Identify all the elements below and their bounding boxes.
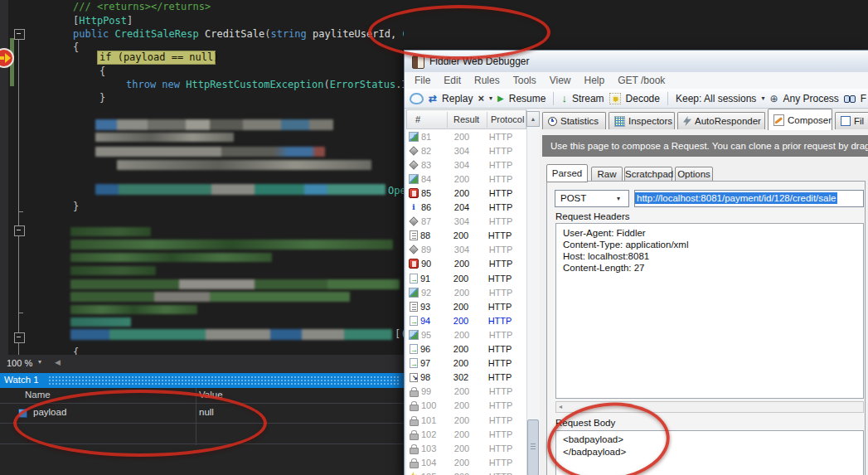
tab-composer[interactable]: Composer [768, 109, 832, 130]
fiddler-menu-bar: FileEditRulesToolsViewHelpGET /book [405, 72, 868, 89]
stream-button[interactable]: Stream [572, 93, 604, 104]
find-button[interactable]: F [861, 93, 866, 104]
menu-item-get-book[interactable]: GET /book [618, 75, 665, 86]
session-row[interactable]: 83304HTTP [406, 158, 526, 172]
session-row[interactable]: 82304HTTP [406, 143, 526, 158]
chevron-down-icon[interactable]: ▾ [489, 95, 492, 102]
decode-button[interactable]: Decode [626, 93, 660, 104]
composer-tab-options[interactable]: Options [675, 167, 713, 182]
session-number: 86 [421, 202, 443, 212]
col-number[interactable]: # [415, 114, 420, 124]
zoom-level[interactable]: 100 % [7, 358, 32, 368]
session-number: 104 [421, 458, 443, 468]
session-protocol: HTTP [480, 230, 520, 240]
session-row[interactable]: 87304HTTP [406, 215, 526, 229]
session-row[interactable]: 85200HTTP [406, 186, 526, 200]
chevron-down-icon[interactable]: ▾ [617, 195, 620, 202]
session-protocol: HTTP [480, 358, 520, 368]
menu-item-help[interactable]: Help [584, 75, 605, 86]
session-row[interactable]: 105200HTTP [406, 469, 526, 475]
session-number: 105 [421, 472, 443, 475]
session-row[interactable]: 93200HTTP [406, 299, 526, 313]
scroll-left-arrow-icon[interactable]: ◀ [55, 358, 61, 366]
request-headers-label: Request Headers [555, 211, 630, 221]
lock-icon [409, 458, 419, 468]
watch-col-name[interactable]: Name [25, 390, 51, 400]
tab-label: Fil [854, 116, 864, 126]
session-result: 200 [442, 316, 480, 326]
menu-item-view[interactable]: View [550, 75, 571, 86]
session-row[interactable]: 95200HTTP [406, 327, 526, 342]
session-row[interactable]: 97200HTTP [406, 356, 526, 371]
session-row[interactable]: 103200HTTP [406, 441, 526, 455]
session-row[interactable]: 98302HTTP [406, 371, 526, 385]
session-row[interactable]: 94200HTTP [406, 313, 526, 327]
composer-tab-raw[interactable]: Raw [591, 167, 623, 182]
lock-icon [409, 415, 419, 425]
session-row[interactable]: 104200HTTP [406, 455, 526, 469]
session-scrollbar-thumb[interactable] [527, 419, 539, 475]
toolbar-separator [667, 92, 668, 105]
remove-sessions-icon[interactable]: × [478, 92, 484, 104]
session-row[interactable]: 99200HTTP [406, 385, 526, 399]
scroll-up-arrow-icon[interactable]: ▲ [526, 111, 540, 127]
find-binoculars-icon[interactable] [844, 95, 856, 103]
replay-button[interactable]: Replay [442, 93, 473, 104]
col-result[interactable]: Result [453, 114, 479, 124]
session-protocol: HTTP [480, 274, 520, 284]
redacted-code-block [70, 227, 151, 236]
redacted-code-block [95, 147, 325, 157]
column-divider[interactable] [487, 112, 487, 128]
session-protocol: HTTP [480, 316, 520, 326]
session-row[interactable]: 91200HTTP [406, 271, 526, 285]
session-row[interactable]: 101200HTTP [406, 413, 526, 427]
chevron-down-icon[interactable]: ▾ [761, 95, 764, 102]
menu-item-tools[interactable]: Tools [513, 75, 536, 86]
session-row[interactable]: 84200HTTP [406, 172, 526, 186]
request-headers-input[interactable]: User-Agent: FiddlerContent-Type: applica… [555, 223, 864, 399]
col-protocol[interactable]: Protocol [491, 114, 524, 124]
url-input[interactable]: http://localhost:8081/payment/id/128/cre… [634, 190, 864, 207]
tab-inspectors[interactable]: Inspectors [609, 112, 675, 129]
request-header-line: Content-Type: application/xml [563, 239, 856, 250]
session-result: 200 [443, 174, 481, 184]
session-protocol: HTTP [481, 458, 521, 468]
session-row[interactable]: 89304HTTP [406, 243, 526, 257]
session-list-header[interactable]: # Result Protocol [406, 109, 526, 129]
session-row[interactable]: 102200HTTP [406, 427, 526, 441]
tab-autoresponder[interactable]: AutoResponder [677, 112, 765, 129]
code-editor[interactable]: /// <returns></returns>[HttpPost]public … [0, 0, 404, 355]
session-row[interactable]: 88200HTTP [406, 229, 526, 243]
screenshot-stage: /// <returns></returns>[HttpPost]public … [0, 0, 868, 475]
session-result: 200 [442, 230, 480, 240]
composer-tab-scratchpad[interactable]: Scratchpad [624, 167, 672, 182]
code-token: CreditSaleResp [115, 28, 205, 40]
session-protocol: HTTP [481, 202, 521, 212]
comment-bubble-icon[interactable] [410, 93, 424, 104]
composer-tab-parsed[interactable]: Parsed [546, 164, 588, 182]
menu-item-file[interactable]: File [415, 75, 430, 86]
session-row[interactable]: 90200HTTP [406, 257, 526, 271]
session-row[interactable]: 100200HTTP [406, 399, 526, 413]
keep-sessions-dropdown[interactable]: Keep: All sessions [676, 93, 756, 104]
session-row[interactable]: 86204HTTP [406, 201, 526, 215]
code-token: Ope [388, 185, 404, 196]
column-divider[interactable] [447, 112, 448, 128]
resume-button[interactable]: Resume [509, 93, 546, 104]
session-row[interactable]: 96200HTTP [406, 342, 526, 356]
code-token: public [73, 28, 115, 40]
process-filter-target-icon: ⊕ [769, 93, 778, 104]
session-row[interactable]: 81200HTTP [406, 129, 526, 143]
menu-item-edit[interactable]: Edit [444, 75, 461, 86]
code-token: throw new [126, 79, 186, 90]
tab-statistics[interactable]: Statistics [542, 112, 606, 129]
any-process-button[interactable]: Any Process [783, 93, 838, 104]
session-result: 200 [443, 400, 481, 410]
chevron-down-icon[interactable]: ▾ [38, 358, 41, 366]
session-list[interactable]: 81200HTTP82304HTTP83304HTTP84200HTTP8520… [406, 129, 526, 475]
menu-item-rules[interactable]: Rules [474, 75, 500, 86]
code-line: { [99, 65, 105, 78]
tab-fil[interactable]: Fil [835, 112, 868, 129]
session-row[interactable]: 92200HTTP [406, 285, 526, 299]
redacted-code-block [70, 329, 392, 340]
